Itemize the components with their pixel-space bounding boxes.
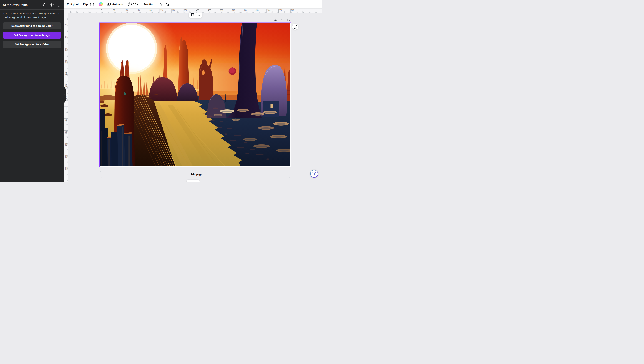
svg-text:150: 150	[65, 60, 67, 63]
svg-text:800: 800	[291, 9, 294, 11]
svg-text:400: 400	[196, 9, 199, 11]
svg-text:0: 0	[65, 24, 67, 25]
svg-text:200: 200	[65, 72, 67, 75]
svg-text:600: 600	[244, 9, 247, 11]
svg-text:100: 100	[125, 9, 128, 11]
svg-text:550: 550	[232, 9, 235, 11]
svg-text:350: 350	[184, 9, 187, 11]
svg-text:650: 650	[256, 9, 259, 11]
svg-text:50: 50	[65, 36, 67, 38]
svg-text:0: 0	[101, 9, 102, 11]
svg-text:350: 350	[65, 107, 67, 110]
svg-text:600: 600	[65, 167, 67, 170]
svg-text:200: 200	[148, 9, 152, 11]
svg-text:500: 500	[65, 143, 67, 146]
svg-text:250: 250	[160, 9, 164, 11]
svg-text:400: 400	[65, 119, 67, 122]
svg-text:50: 50	[113, 9, 115, 11]
svg-text:250: 250	[65, 84, 67, 87]
svg-text:700: 700	[268, 9, 270, 11]
svg-text:500: 500	[220, 9, 223, 11]
svg-text:300: 300	[172, 9, 175, 11]
svg-text:750: 750	[279, 9, 282, 11]
svg-text:450: 450	[208, 9, 211, 11]
svg-text:450: 450	[65, 131, 67, 134]
svg-text:550: 550	[65, 155, 67, 158]
svg-text:150: 150	[137, 9, 140, 11]
svg-text:100: 100	[65, 48, 67, 51]
